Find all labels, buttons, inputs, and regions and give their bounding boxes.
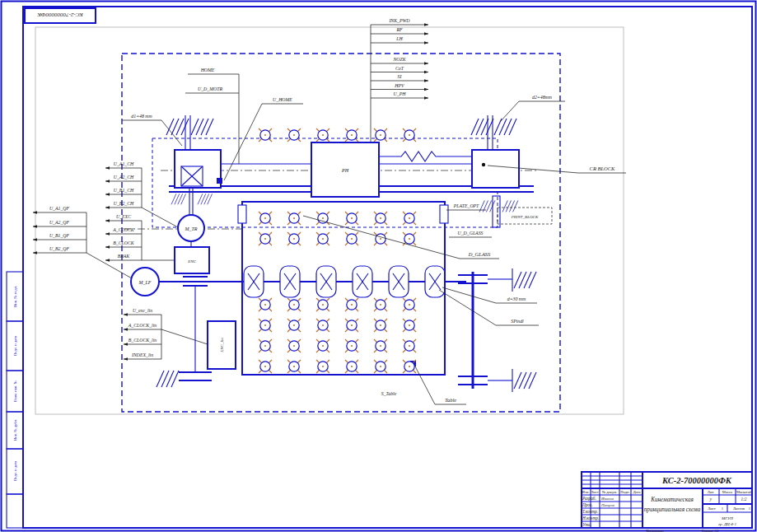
tb-massa-label: Масса <box>722 490 732 494</box>
feed-drive-assembly: M_LF <box>131 266 536 392</box>
u-d-glass-label: U_D_GLASS <box>458 231 484 236</box>
u-d-motr-label: U_D_MOTR <box>198 86 222 91</box>
signal-label: U_B2_CH <box>114 201 134 206</box>
tb-name-prov: Петров <box>600 503 614 507</box>
tb-header-izm: Изм. <box>582 490 589 494</box>
d2-dim-label: d2=48mm <box>532 95 552 100</box>
coupling <box>353 266 372 297</box>
tb-scale-label: Масштаб <box>736 490 752 494</box>
signal-label: RF <box>395 27 403 32</box>
tb-lit-value: у <box>709 497 713 502</box>
signal-label: U_A1_CH <box>114 161 134 166</box>
margin-stamp-label: Взам. инв. № <box>13 380 17 402</box>
margin-stamp-label: Подп. и дата <box>13 336 17 357</box>
printhead-label: PH <box>341 168 349 173</box>
tb-org-line1: МГУП <box>721 516 733 520</box>
tb-row-utv: Утв. <box>582 522 591 527</box>
u-home-label: U_HOME <box>273 97 292 102</box>
margin-stamp-label: Инв. № дубл. <box>13 419 17 441</box>
doc-number: КС-2-70000000ФК <box>661 476 732 485</box>
home-sensor <box>217 178 222 184</box>
tb-sheets-label: Листов <box>733 506 745 511</box>
signal-label: U_B1_QF <box>49 233 70 238</box>
tb-header-list: Лист <box>591 490 599 494</box>
signal-label: U_B1_CH <box>114 188 134 193</box>
motor-lf-label: M_LF <box>138 280 152 285</box>
coupling <box>316 266 336 297</box>
spindle-label: SPindl <box>511 319 524 324</box>
hole-mark <box>287 128 301 142</box>
signal-label: A_CLOCK_lin <box>128 323 157 328</box>
drawing-title-line1: Кинематическая <box>650 497 694 503</box>
signal-label: CoT <box>395 66 404 71</box>
plate-opt-label: PLATE_OPT <box>453 203 479 208</box>
print-block-label: PRINT_BLOCK <box>511 215 539 219</box>
signal-label: U_enc_lin <box>133 308 152 313</box>
table-edge-sensor-left <box>238 205 246 223</box>
tb-lit-label: Лит. <box>708 490 714 494</box>
spindle-dim-label: d=30 mm <box>507 296 526 301</box>
signal-label: SI <box>398 74 403 79</box>
idler-pulley-block <box>472 150 519 188</box>
linear-encoder-label: ENC_lin <box>220 338 224 353</box>
tb-row-razrab: Разраб. <box>582 496 596 501</box>
carriage-motor-assembly: M_TR ENC <box>171 188 213 273</box>
tb-header-podp: Подп. <box>620 490 629 494</box>
coupling <box>389 266 409 297</box>
tb-header-data: Дата <box>633 490 640 494</box>
hole-mark <box>345 128 358 142</box>
signal-label: B_CLOCK_lin <box>129 338 157 343</box>
d-glass-label: D_GLASS <box>468 251 491 257</box>
signal-label: HPV <box>394 83 405 88</box>
signal-label: U_A2_QF <box>49 220 70 225</box>
tb-sheet-label: Лист <box>708 506 716 511</box>
signal-label: B_CLOCK <box>113 240 135 245</box>
signal-label: A_CLOCK <box>112 227 135 232</box>
signal-label: LH <box>395 36 403 41</box>
hole-mark <box>316 128 329 142</box>
carriage-rail-assembly: PH <box>161 115 537 197</box>
corner-stamp-number: КС-2-70000000ФК <box>37 12 84 18</box>
drawing-sheet: КС-2-70000000ФК Инв. № подл. Подп. и дат… <box>0 0 757 532</box>
tb-header-doc: № докум. <box>602 490 618 494</box>
kinematic-scheme-canvas: КС-2-70000000ФК Инв. № подл. Подп. и дат… <box>0 0 757 532</box>
signal-label: BRAK <box>118 254 131 259</box>
margin-stamps: Инв. № подл. Подп. и дата Взам. инв. № И… <box>7 272 23 528</box>
tb-sheets-value: 1 <box>749 506 751 511</box>
cr-block-label: CR BLOCK <box>590 166 616 171</box>
signal-label: INK_PWD <box>388 18 410 23</box>
signal-label: INDEX_lin <box>131 352 153 357</box>
drawing-title-line2: принципиальная схема <box>644 506 701 513</box>
tb-scale-value: 1:2 <box>741 497 747 502</box>
hole-mark <box>259 128 272 142</box>
corner-stamp: КС-2-70000000ФК <box>25 8 96 23</box>
coupling <box>244 266 264 297</box>
glass-plate-assembly: PRINT_BLOCK <box>479 196 552 227</box>
printhead-signal-bus: INK_PWD RF LH NOZK CoT SI HPV U_PH <box>371 18 428 144</box>
belt-tension-spring <box>379 152 472 161</box>
tb-org-line2: гр. ДЦ-4-1 <box>718 522 736 526</box>
signal-label: U_PH <box>394 91 407 96</box>
home-label: HOME <box>200 68 215 72</box>
table-edge-sensor-right <box>440 205 448 223</box>
tb-footer-copied: Копировал <box>646 529 664 532</box>
tb-footer-format: Формат А1 <box>701 529 719 532</box>
signal-label: U_B2_QF <box>49 246 70 251</box>
hole-mark <box>403 128 416 142</box>
signal-label: U_EXC <box>116 214 131 219</box>
coupling <box>425 266 445 297</box>
title-block: КС-2-70000000ФК Кинематическая принципиа… <box>582 472 752 532</box>
table-label: Table <box>445 397 456 403</box>
tb-row-tkontr: Т.контр. <box>582 509 598 514</box>
hole-mark <box>374 128 387 142</box>
tb-name-razrab: Иванов <box>600 497 614 501</box>
encoder-label: ENC <box>187 259 196 264</box>
signal-label: U_A1_QF <box>49 206 70 211</box>
margin-stamp-label: Подп. и дата <box>13 461 17 482</box>
tb-sheet-value: 1 <box>722 506 724 511</box>
margin-stamp-label: Инв. № подл. <box>13 286 17 307</box>
signal-label: NOZK <box>392 57 406 62</box>
d1-dim-label: d1=48 mm <box>131 114 152 119</box>
linear-encoder-box: ENC_lin <box>208 321 236 369</box>
tb-row-nkontr: Н.контр. <box>582 516 599 520</box>
